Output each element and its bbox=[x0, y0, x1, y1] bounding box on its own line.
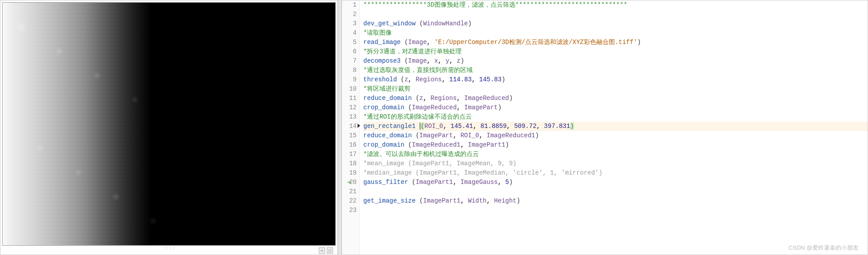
code-line[interactable]: read_image (Image, 'E:/UpperComputer/3D检… bbox=[363, 38, 868, 47]
execution-arrow-icon: ⇒ bbox=[347, 178, 351, 187]
noise-texture bbox=[3, 3, 192, 245]
code-line[interactable]: decompose3 (Image, x, y, z) bbox=[363, 56, 868, 66]
code-editor[interactable]: 1234567891011121314151617181920212223 **… bbox=[342, 0, 868, 255]
code-line[interactable]: gen_rectangle1 (ROI_0, 145.41, 81.8859, … bbox=[363, 122, 868, 131]
panel-resize-handle[interactable]: :::: bbox=[2, 246, 336, 250]
line-number: 14 bbox=[342, 122, 357, 131]
program-counter-icon bbox=[358, 124, 360, 128]
code-line[interactable]: *mean_image (ImagePart1, ImageMean, 9, 9… bbox=[363, 159, 868, 168]
code-content[interactable]: *****************3D图像预处理，滤波，点云筛选********… bbox=[360, 0, 868, 255]
text-cursor bbox=[420, 123, 420, 130]
line-number: 4 bbox=[342, 28, 357, 38]
line-number: 5 bbox=[342, 38, 357, 47]
code-line[interactable]: crop_domain (ImageReduced, ImagePart) bbox=[363, 103, 868, 112]
code-line[interactable] bbox=[363, 187, 868, 196]
line-number-gutter: 1234567891011121314151617181920212223 bbox=[342, 0, 360, 255]
line-number: 15 bbox=[342, 131, 357, 140]
line-number: 6 bbox=[342, 47, 357, 56]
line-number: 17 bbox=[342, 150, 357, 159]
line-number: 10 bbox=[342, 84, 357, 94]
code-line[interactable]: *median_image (ImagePart1, ImageMedian, … bbox=[363, 168, 868, 178]
line-number: 11 bbox=[342, 94, 357, 103]
line-number: 9 bbox=[342, 75, 357, 84]
line-number: 23 bbox=[342, 206, 357, 215]
line-number: 19 bbox=[342, 168, 357, 178]
image-canvas[interactable] bbox=[2, 2, 336, 246]
code-line[interactable]: *读取图像 bbox=[363, 28, 868, 38]
code-line[interactable] bbox=[363, 10, 868, 19]
code-line[interactable]: *拆分3通道，对Z通道进行单独处理 bbox=[363, 47, 868, 56]
line-number: 22 bbox=[342, 196, 357, 206]
line-number: 18 bbox=[342, 159, 357, 168]
tool-icon-1[interactable]: ▭ bbox=[319, 247, 325, 254]
code-line[interactable]: *滤波。可以去除由于相机过曝造成的点云 bbox=[363, 150, 868, 159]
tool-icon-2[interactable]: □ bbox=[327, 247, 333, 254]
code-editor-panel: 1234567891011121314151617181920212223 **… bbox=[342, 0, 868, 255]
line-number: 7 bbox=[342, 56, 357, 66]
code-line[interactable]: dev_get_window (WindowHandle) bbox=[363, 19, 868, 28]
line-number: 21 bbox=[342, 187, 357, 196]
code-line[interactable]: ⇒gauss_filter (ImagePart1, ImageGauss, 5… bbox=[363, 178, 868, 187]
line-number: 8 bbox=[342, 66, 357, 75]
code-line[interactable]: reduce_domain (z, Regions, ImageReduced) bbox=[363, 94, 868, 103]
code-line[interactable]: crop_domain (ImageReduced1, ImagePart1) bbox=[363, 140, 868, 150]
code-line[interactable]: threshold (z, Regions, 114.83, 145.83) bbox=[363, 75, 868, 84]
line-number: 12 bbox=[342, 103, 357, 112]
code-line[interactable]: *将区域进行裁剪 bbox=[363, 84, 868, 94]
line-number: 3 bbox=[342, 19, 357, 28]
code-line[interactable]: *通过ROI的形式剔除边缘不适合的点云 bbox=[363, 112, 868, 122]
code-line[interactable]: reduce_domain (ImagePart, ROI_0, ImageRe… bbox=[363, 131, 868, 140]
line-number: 2 bbox=[342, 10, 357, 19]
viewer-toolbar: ▭ □ bbox=[319, 247, 333, 254]
code-line[interactable] bbox=[363, 206, 868, 215]
line-number: 1 bbox=[342, 0, 357, 10]
image-viewer-panel: :::: ▭ □ bbox=[0, 0, 338, 255]
vertical-splitter[interactable] bbox=[338, 0, 342, 255]
line-number: 16 bbox=[342, 140, 357, 150]
code-line[interactable]: get_image_size (ImagePart1, Width, Heigh… bbox=[363, 196, 868, 206]
code-line[interactable]: *通过选取灰度值，直接找到所需的区域 bbox=[363, 66, 868, 75]
code-line[interactable]: *****************3D图像预处理，滤波，点云筛选********… bbox=[363, 0, 868, 10]
line-number: 13 bbox=[342, 112, 357, 122]
